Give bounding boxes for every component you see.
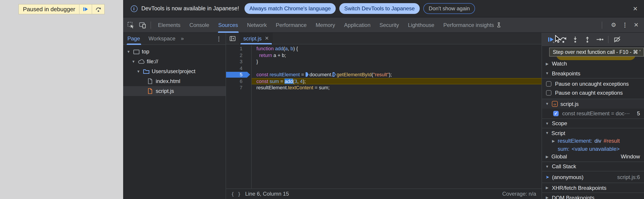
chevron-down-icon: ▼	[545, 121, 549, 125]
scope-var-sum[interactable]: sum: <value unavailable>	[542, 145, 644, 153]
navigator-kebab-icon[interactable]: ⋮	[216, 35, 222, 42]
pause-uncaught-exceptions-row[interactable]: Pause on uncaught exceptions	[542, 79, 644, 88]
continue-to-location-marker-icon[interactable]	[305, 72, 308, 77]
checkbox-unchecked-icon[interactable]	[546, 81, 552, 87]
continue-to-location-marker-icon[interactable]	[332, 72, 336, 77]
step-into-button[interactable]	[571, 35, 580, 44]
tab-sources[interactable]: Sources	[214, 17, 242, 32]
gutter-line-number[interactable]: 2	[226, 52, 247, 58]
tab-network[interactable]: Network	[242, 17, 271, 32]
section-label: Breakpoints	[552, 70, 580, 76]
code-token: =	[300, 72, 305, 77]
section-label: XHR/fetch Breakpoints	[552, 185, 606, 191]
chevron-down-icon: ▼	[545, 71, 549, 75]
gutter-line-number[interactable]: 5	[226, 71, 247, 78]
infobar-close-icon[interactable]: ✕	[633, 5, 638, 12]
section-watch[interactable]: ▶ Watch	[542, 59, 644, 69]
section-label: Call Stack	[552, 163, 576, 170]
tab-security[interactable]: Security	[375, 17, 404, 32]
code-token: a	[285, 46, 288, 51]
always-match-language-button[interactable]: Always match Chrome's language	[244, 3, 336, 14]
step-out-button[interactable]	[583, 35, 592, 44]
tab-console[interactable]: Console	[185, 17, 214, 32]
chevron-right-icon: ▶	[545, 155, 549, 159]
code-token: function	[256, 46, 275, 51]
devtools-close-icon[interactable]: ✕	[634, 21, 638, 28]
toolbar-divider	[602, 21, 602, 28]
tree-item-top[interactable]: ▼ top	[123, 47, 226, 56]
checkbox-unchecked-icon[interactable]	[546, 90, 552, 96]
chevron-right-icon: ▶	[545, 186, 549, 190]
gutter-line-number[interactable]: 4	[226, 65, 247, 71]
expand-arrow-icon[interactable]: ▼	[132, 59, 136, 63]
editor-tab-close-icon[interactable]: ✕	[265, 35, 269, 41]
tree-item-file-protocol[interactable]: ▼ file://	[123, 56, 226, 66]
file-tree: ▼ top ▼ file:// ▼ Users/user/project	[123, 45, 226, 96]
section-call-stack[interactable]: ▼ Call Stack	[542, 162, 644, 171]
code-line: function add(a, b) {	[252, 45, 542, 52]
breakpoint-file-group[interactable]: ▼ ‹› script.js	[542, 99, 644, 109]
tab-lighthouse[interactable]: Lighthouse	[403, 17, 438, 32]
section-breakpoints[interactable]: ▼ Breakpoints	[542, 69, 644, 78]
tab-memory[interactable]: Memory	[311, 17, 340, 32]
scope-var-value: <value unavailable>	[572, 146, 620, 152]
inspect-element-icon[interactable]	[127, 21, 134, 29]
section-scope[interactable]: ▼ Scope	[542, 118, 644, 128]
editor-tab-script-js[interactable]: script.js ✕	[239, 32, 273, 44]
tree-item-index-html[interactable]: index.html	[123, 76, 226, 86]
resume-button[interactable]	[546, 35, 556, 44]
resume-script-button[interactable]	[80, 4, 92, 14]
call-stack-frame-location: script.js:6	[617, 174, 640, 180]
navigator-overflow-chevrons[interactable]: »	[181, 35, 183, 42]
breakpoint-entry[interactable]: ✓ const resultElement = doc⋯ 5	[542, 109, 644, 118]
code-token: a + b;	[272, 52, 286, 58]
settings-gear-icon[interactable]: ⚙	[611, 21, 616, 28]
expand-arrow-icon[interactable]: ▼	[126, 50, 130, 54]
step-button[interactable]	[595, 35, 604, 44]
checkbox-label: Pause on uncaught exceptions	[555, 81, 629, 87]
kebab-menu-icon[interactable]: ⋮	[622, 21, 628, 28]
switch-devtools-japanese-button[interactable]: Switch DevTools to Japanese	[339, 3, 420, 14]
section-dom-breakpoints[interactable]: ▶ DOM Breakpoints	[542, 193, 644, 199]
scope-var-resultelement[interactable]: ▶ resultElement: div#result	[542, 137, 644, 145]
scope-global-row[interactable]: ▶ Global Window	[542, 153, 644, 161]
resume-icon	[83, 6, 89, 12]
code-line: }	[252, 58, 542, 65]
deactivate-breakpoints-button[interactable]	[612, 35, 622, 44]
step-over-button-page[interactable]	[92, 4, 104, 14]
tree-item-project-folder[interactable]: ▼ Users/user/project	[123, 66, 226, 76]
tab-performance[interactable]: Performance	[271, 17, 311, 32]
folder-icon	[143, 68, 150, 75]
code-token: add	[275, 46, 283, 51]
pretty-print-icon[interactable]: { }	[231, 191, 241, 197]
gutter-line-number[interactable]: 3	[226, 58, 247, 65]
gutter-line-number[interactable]: 1	[226, 45, 247, 52]
tree-item-label: index.html	[156, 78, 180, 84]
chevron-right-icon: ▶	[552, 139, 556, 143]
tab-application[interactable]: Application	[340, 17, 375, 32]
checkbox-checked-icon[interactable]: ✓	[553, 111, 558, 116]
toolbar-divider	[150, 21, 151, 28]
navigator-tab-page[interactable]: Page	[128, 32, 140, 45]
dont-show-again-button[interactable]: Don't show again	[423, 3, 475, 14]
navigator-tab-workspace[interactable]: Workspace	[148, 32, 176, 45]
section-xhr-breakpoints[interactable]: ▶ XHR/fetch Breakpoints	[542, 183, 644, 193]
code-token: );	[303, 78, 306, 84]
pause-caught-exceptions-row[interactable]: Pause on caught exceptions	[542, 88, 644, 97]
debugger-sidebar: ▶ Watch ▼ Breakpoints Pause on uncaught …	[542, 33, 644, 199]
code-token: const	[256, 72, 268, 77]
tab-performance-insights[interactable]: Performance insights	[439, 17, 506, 32]
tree-item-script-js[interactable]: script.js	[123, 86, 226, 96]
gutter-line-number[interactable]: 7	[226, 84, 247, 91]
cursor-position-label: Line 6, Column 15	[245, 191, 289, 197]
gutter-line-number[interactable]: 6	[226, 78, 247, 84]
device-toolbar-icon[interactable]	[139, 21, 146, 29]
tree-item-label: Users/user/project	[152, 68, 196, 74]
code-token: getElementById	[336, 72, 372, 77]
hide-navigator-icon[interactable]	[226, 35, 239, 41]
tab-elements[interactable]: Elements	[154, 17, 185, 32]
expand-arrow-icon[interactable]: ▼	[136, 69, 140, 73]
call-stack-frame[interactable]: ➤ (anonymous) script.js:6	[542, 172, 644, 182]
scope-script-row[interactable]: ▼ Script	[542, 129, 644, 137]
code-token: = sum;	[313, 85, 330, 90]
